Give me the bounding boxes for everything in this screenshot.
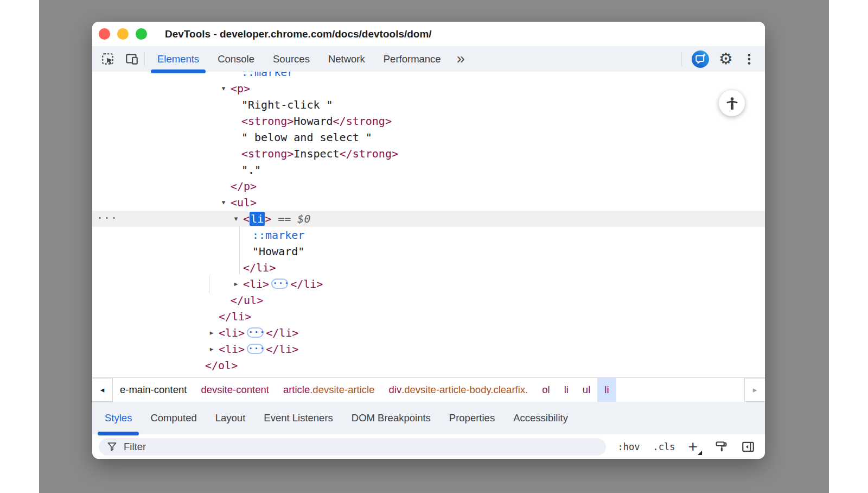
window-title: DevTools - developer.chrome.com/docs/dev… [165, 28, 432, 40]
filter-placeholder: Filter [124, 441, 146, 453]
dom-rows: ::marker▾<p>"Right-click "<strong>Howard… [92, 72, 765, 374]
tab-layout[interactable]: Layout [206, 402, 255, 434]
tag-token: > [265, 212, 271, 225]
tag-token: </li> [219, 310, 251, 323]
row-overflow-dots[interactable]: ··· [97, 210, 118, 226]
dom-row[interactable]: "Right-click " [92, 97, 765, 113]
filter-bar-controls: :hov .cls + [618, 439, 755, 455]
breadcrumb-scroll-left-button[interactable]: ◂ [92, 378, 113, 402]
disclosure-closed-icon[interactable]: ▸ [207, 325, 216, 341]
tab-accessibility[interactable]: Accessibility [504, 402, 577, 434]
tab-console[interactable]: Console [208, 46, 264, 72]
breadcrumb-item-devsite-content[interactable]: devsite-content [194, 378, 276, 402]
disclosure-open-icon[interactable]: ▾ [219, 80, 228, 97]
dom-row[interactable]: ▸<li>···</li> [92, 325, 765, 341]
accessibility-person-icon [725, 96, 739, 111]
dom-row[interactable]: "Howard" [92, 243, 765, 260]
dom-row[interactable]: ▸<li>···</li> [92, 341, 765, 357]
disclosure-open-icon[interactable]: ▾ [231, 211, 241, 227]
active-sidebar-tab-underline [98, 432, 139, 435]
dom-row[interactable]: " below and select " [92, 129, 765, 146]
zoom-window-button[interactable] [136, 28, 147, 40]
accessibility-widget-button[interactable] [719, 90, 745, 116]
dom-row[interactable]: <strong>Howard</strong> [92, 113, 765, 129]
dom-row[interactable]: </ol> [92, 357, 765, 374]
tab-styles[interactable]: Styles [95, 402, 141, 434]
kebab-menu-icon[interactable] [742, 52, 756, 66]
tag-token: </ul> [231, 294, 263, 307]
main-toolbar: ElementsConsoleSourcesNetworkPerformance… [92, 46, 765, 72]
dom-row[interactable]: ▾<ul> [92, 194, 765, 211]
inspect-icon[interactable] [101, 52, 115, 66]
disclosure-closed-icon[interactable]: ▸ [207, 341, 216, 357]
disclosure-open-icon[interactable]: ▾ [219, 194, 228, 211]
styles-filter-input[interactable]: Filter [99, 438, 606, 456]
pseudo-element-token: ::marker [241, 72, 293, 79]
minimize-window-button[interactable] [117, 28, 129, 40]
crumb-classes: .devsite-article [310, 384, 374, 396]
breadcrumb-item-ol[interactable]: ol [535, 378, 557, 402]
breadcrumb-item-li[interactable]: li [597, 378, 616, 402]
breadcrumb-item-ul[interactable]: ul [576, 378, 597, 402]
breadcrumb-item-article[interactable]: article.devsite-article [276, 378, 382, 402]
toggle-sidebar-icon[interactable] [741, 440, 755, 454]
tag-token: </ol> [205, 359, 238, 372]
dom-row[interactable]: ▾···<li> == $0 [92, 211, 765, 227]
tab-network[interactable]: Network [319, 46, 374, 72]
dom-row[interactable]: <strong>Inspect</strong> [92, 146, 765, 162]
tab-computed[interactable]: Computed [141, 402, 206, 434]
active-tab-underline [151, 69, 206, 73]
dom-row[interactable]: </li> [92, 308, 765, 325]
new-style-rule-button[interactable]: + [688, 439, 701, 455]
dom-row[interactable]: ▾<p> [92, 80, 765, 97]
crumb-tag: ul [583, 384, 590, 396]
text-token: "Howard" [252, 245, 304, 258]
breadcrumb-item-div[interactable]: div.devsite-article-body.clearfix. [382, 378, 535, 402]
dom-row[interactable]: </p> [92, 178, 765, 194]
dom-row[interactable]: "." [92, 162, 765, 178]
ai-assistant-icon[interactable] [691, 50, 710, 68]
toolbar-right-icons: ⚙ [681, 50, 765, 68]
dom-row[interactable]: ::marker [92, 227, 765, 243]
tag-token: <li> [243, 277, 269, 290]
paint-roller-icon[interactable] [714, 440, 728, 454]
tab-properties[interactable]: Properties [440, 402, 504, 434]
more-tabs-button[interactable]: » [450, 52, 471, 66]
crumb-tag: ol [542, 384, 550, 396]
tag-token: <li> [219, 343, 245, 356]
crumb-classes: .devsite-article-body.clearfix. [401, 384, 528, 396]
toggle-element-classes-button[interactable]: .cls [653, 441, 675, 452]
toggle-pseudo-state-button[interactable]: :hov [618, 441, 640, 452]
expand-children-ellipsis-button[interactable]: ··· [247, 344, 264, 354]
expand-children-ellipsis-button[interactable]: ··· [271, 279, 288, 289]
tag-token: </li> [290, 277, 323, 290]
tab-performance[interactable]: Performance [374, 46, 450, 72]
tab-event-listeners[interactable]: Event Listeners [254, 402, 342, 434]
close-window-button[interactable] [99, 28, 110, 40]
dom-row[interactable]: </li> [92, 260, 765, 276]
tag-token: <strong> [241, 147, 293, 160]
text-token: Howard [293, 115, 333, 128]
tab-sources[interactable]: Sources [264, 46, 319, 72]
crumb-tag: li [564, 384, 569, 396]
tab-elements[interactable]: Elements [148, 46, 208, 72]
text-token: Inspect [293, 147, 339, 160]
device-toolbar-icon[interactable] [125, 52, 139, 66]
breadcrumb-item-e-main-content[interactable]: e-main-content [113, 378, 194, 402]
tag-token: <ul> [231, 196, 257, 209]
filter-funnel-icon [106, 441, 118, 452]
expand-children-ellipsis-button[interactable]: ··· [247, 327, 264, 338]
breadcrumb-item-li[interactable]: li [557, 378, 576, 402]
tag-token: </strong> [340, 147, 398, 160]
selected-tag-name[interactable]: li [250, 212, 265, 226]
tag-token: </li> [266, 343, 298, 356]
dom-row[interactable]: </ul> [92, 292, 765, 308]
tab-dom-breakpoints[interactable]: DOM Breakpoints [342, 402, 440, 434]
traffic-lights [92, 28, 147, 40]
dom-row[interactable]: ▸<li>···</li> [92, 276, 765, 292]
text-token: " below and select " [241, 131, 372, 144]
crumb-tag: article [283, 384, 310, 396]
disclosure-closed-icon[interactable]: ▸ [231, 276, 241, 292]
breadcrumb-scroll-right-button[interactable]: ▸ [744, 378, 765, 402]
settings-gear-icon[interactable]: ⚙ [719, 52, 733, 66]
